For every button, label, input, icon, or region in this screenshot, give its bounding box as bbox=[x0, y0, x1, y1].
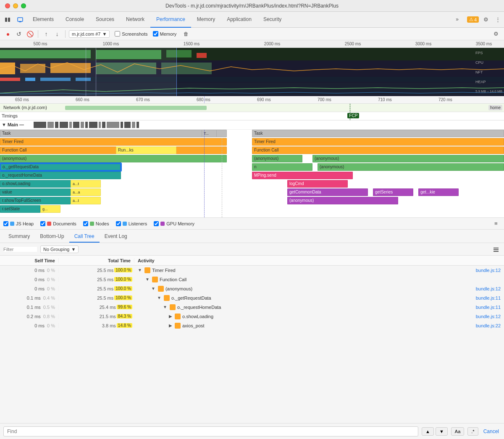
settings-button[interactable]: ⚙ bbox=[481, 15, 491, 24]
stop-button[interactable]: 🚫 bbox=[25, 29, 34, 39]
metrics-options-button[interactable]: ≡ bbox=[491, 219, 501, 228]
tab-call-tree[interactable]: Call Tree bbox=[69, 231, 100, 243]
screenshots-checkbox[interactable] bbox=[115, 31, 120, 37]
tab-more[interactable]: » bbox=[450, 12, 465, 28]
function-call-1[interactable]: Function Call bbox=[0, 146, 227, 154]
capture-settings-button[interactable]: ⚙ bbox=[491, 29, 501, 39]
find-next-button[interactable]: ▼ bbox=[436, 427, 448, 436]
anonymous-1[interactable]: (anonymous) bbox=[0, 155, 227, 162]
run-ks-block[interactable]: Run...ks bbox=[116, 146, 176, 154]
tree-expand-arrow[interactable]: ▶ bbox=[169, 323, 172, 328]
value-block[interactable]: value bbox=[0, 188, 71, 196]
tab-application[interactable]: Application bbox=[221, 12, 257, 28]
header-activity[interactable]: Activity bbox=[134, 258, 504, 263]
tab-bottom-up[interactable]: Bottom-Up bbox=[35, 231, 69, 243]
get-series-block[interactable]: getSeries bbox=[373, 188, 413, 196]
tree-expand-arrow[interactable]: ▼ bbox=[163, 305, 167, 309]
tree-expand-arrow[interactable]: ▼ bbox=[145, 277, 150, 282]
download-button[interactable]: ↓ bbox=[52, 29, 62, 39]
upload-button[interactable]: ↑ bbox=[42, 29, 51, 39]
show-loading-arg[interactable]: a...t bbox=[71, 180, 101, 188]
analysis-tabs: Summary Bottom-Up Call Tree Event Log bbox=[0, 230, 504, 243]
header-self-time[interactable]: Self Time bbox=[0, 258, 59, 263]
header-total-time[interactable]: Total Time bbox=[59, 258, 134, 263]
tab-summary[interactable]: Summary bbox=[3, 231, 35, 243]
get-request-data-block[interactable]: o._getRequestData bbox=[0, 163, 121, 171]
timer-fired-2[interactable]: Timer Fired bbox=[252, 138, 504, 146]
case-sensitive-button[interactable]: Aa bbox=[451, 427, 464, 436]
cell-link[interactable]: bundle.js:11 bbox=[466, 295, 504, 301]
set-state-arg[interactable]: g... bbox=[40, 205, 60, 213]
delete-button[interactable]: 🗑 bbox=[181, 29, 191, 39]
find-cancel-button[interactable]: Cancel bbox=[482, 429, 501, 434]
cell-link[interactable]: bundle.js:22 bbox=[466, 323, 504, 328]
tab-event-log[interactable]: Event Log bbox=[100, 231, 132, 243]
logcmd-block[interactable]: logCmd bbox=[287, 180, 348, 188]
filter-input[interactable] bbox=[3, 247, 37, 252]
find-input[interactable] bbox=[3, 426, 418, 436]
cell-link[interactable]: bundle.js:12 bbox=[466, 268, 504, 273]
cell-link[interactable]: bundle.js:12 bbox=[466, 314, 504, 319]
js-heap-checkbox[interactable] bbox=[3, 221, 8, 226]
task-block-1[interactable]: Task bbox=[0, 130, 227, 137]
mping-send-block[interactable]: MPing.send bbox=[252, 172, 353, 179]
memory-checkbox[interactable] bbox=[153, 31, 158, 37]
tab-security[interactable]: Security bbox=[257, 12, 287, 28]
value-arg[interactable]: a...a bbox=[71, 188, 101, 196]
listeners-metric[interactable]: Listeners bbox=[116, 221, 147, 226]
anonymous-3[interactable]: (anonymous) bbox=[312, 155, 504, 162]
url-select[interactable]: m.jr.jd.com #7 ▼ bbox=[69, 30, 110, 38]
table-row: 0.1 ms 0.4 % 25.5 ms 100.0 % ▼ o._getReq… bbox=[0, 293, 504, 303]
device-icon[interactable] bbox=[14, 14, 26, 26]
collapse-button[interactable] bbox=[491, 245, 501, 254]
tab-sources[interactable]: Sources bbox=[90, 12, 120, 28]
get-common-data-block[interactable]: getCommonData bbox=[287, 188, 368, 196]
n-block[interactable]: n bbox=[252, 163, 312, 171]
request-home-data-block[interactable]: o._requestHomeData bbox=[0, 172, 121, 179]
nodes-metric[interactable]: Nodes bbox=[83, 221, 109, 226]
task-block-2[interactable]: Task bbox=[252, 130, 504, 137]
anonymous-2[interactable]: (anonymous) bbox=[252, 155, 302, 162]
reload-record-button[interactable]: ↺ bbox=[14, 29, 24, 39]
screenshots-checkbox-label[interactable]: Screenshots bbox=[115, 31, 147, 37]
nodes-checkbox[interactable] bbox=[83, 221, 88, 226]
record-button[interactable]: ● bbox=[3, 29, 13, 39]
minimize-button[interactable] bbox=[13, 3, 18, 8]
gpu-memory-checkbox[interactable] bbox=[154, 221, 159, 226]
js-heap-metric[interactable]: JS Heap bbox=[3, 221, 34, 226]
function-call-2[interactable]: Function Call bbox=[252, 146, 504, 154]
listeners-checkbox[interactable] bbox=[116, 221, 121, 226]
flame-chart[interactable]: Task T... Task Timer Fired Timer Fired F… bbox=[0, 130, 504, 217]
anonymous-4[interactable]: (anonymous) bbox=[318, 163, 504, 171]
timer-fired-1[interactable]: Timer Fired bbox=[0, 138, 227, 146]
show-top-fullscreen-block[interactable]: r.showTopFullScreen bbox=[0, 197, 71, 204]
grouping-select[interactable]: No Grouping ▼ bbox=[40, 246, 79, 253]
anon-final-block[interactable]: (anonymous) bbox=[287, 197, 398, 204]
cell-link[interactable]: bundle.js:12 bbox=[466, 286, 504, 291]
cell-link[interactable]: bundle.js:11 bbox=[466, 305, 504, 310]
more-options-button[interactable]: ⋮ bbox=[493, 15, 502, 24]
tree-expand-arrow[interactable]: ▼ bbox=[157, 295, 161, 300]
tab-console[interactable]: Console bbox=[60, 12, 90, 28]
maximize-button[interactable] bbox=[21, 3, 26, 8]
get-kie-block[interactable]: get...kie bbox=[418, 188, 459, 196]
documents-metric[interactable]: Documents bbox=[40, 221, 76, 226]
toolbar-sep-2 bbox=[65, 30, 66, 38]
tab-memory[interactable]: Memory bbox=[191, 12, 221, 28]
back-icon[interactable] bbox=[2, 14, 13, 26]
overview-chart[interactable]: FPS CPU NFT HEAP 5.9 MB – 14.0 MB bbox=[0, 48, 504, 96]
regex-button[interactable]: .* bbox=[467, 427, 478, 436]
show-top-arg[interactable]: a...t bbox=[71, 197, 101, 204]
tab-elements[interactable]: Elements bbox=[27, 12, 60, 28]
set-state-block[interactable]: r.setState bbox=[0, 205, 40, 213]
tab-network[interactable]: Network bbox=[120, 12, 150, 28]
tree-expand-arrow[interactable]: ▶ bbox=[169, 314, 172, 319]
tab-performance[interactable]: Performance bbox=[150, 12, 191, 28]
documents-checkbox[interactable] bbox=[40, 221, 45, 226]
close-button[interactable] bbox=[5, 3, 10, 8]
tree-expand-arrow[interactable]: ▼ bbox=[138, 268, 142, 272]
memory-checkbox-label[interactable]: Memory bbox=[153, 31, 177, 37]
tree-expand-arrow[interactable]: ▼ bbox=[151, 286, 155, 291]
gpu-memory-metric[interactable]: GPU Memory bbox=[154, 221, 194, 226]
find-prev-button[interactable]: ▲ bbox=[422, 427, 434, 436]
